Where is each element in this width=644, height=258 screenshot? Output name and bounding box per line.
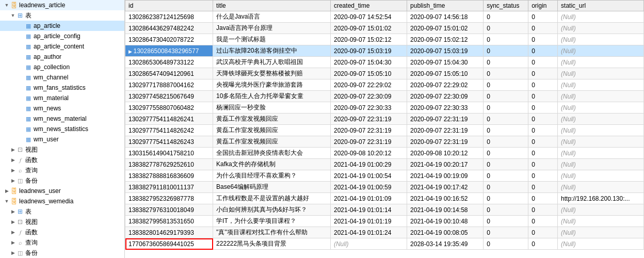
cell-origin: 0: [528, 193, 558, 204]
wm-query-group[interactable]: ⌕ 查询: [0, 237, 124, 248]
db-icon: 🗄: [10, 187, 18, 195]
cell-created_time: 2020-09-07 15:04:30: [330, 57, 407, 68]
cell-sync_status: 0: [484, 136, 528, 148]
table-label: ap_article_content: [34, 43, 84, 50]
cell-title: Java语言跨平台原理: [213, 23, 331, 34]
cell-sync_status: 0: [484, 238, 528, 250]
table-wm-news[interactable]: ▦ wm_news: [0, 103, 124, 114]
wm-query-label: 查询: [25, 238, 38, 247]
arrow-icon: [10, 209, 15, 214]
col-header-static: static_url: [558, 1, 644, 11]
db-leadnews-user[interactable]: 🗄 leadnews_user: [0, 186, 124, 196]
cell-static_url: (Null): [558, 79, 644, 91]
table-label: ap_author: [34, 53, 61, 60]
cell-publish_time: 2020-09-08 10:20:12: [407, 148, 484, 159]
table-row[interactable]: 1302865474094120961天降铁球砸死女婴整栋楼被判赔2020-09…: [125, 68, 644, 79]
cell-created_time: 2021-04-19 01:01:24: [330, 227, 407, 238]
arrow-icon: [10, 178, 15, 183]
table-icon: ▦: [24, 22, 33, 30]
view-group[interactable]: ⊡ 视图: [0, 144, 124, 155]
cell-sync_status: 0: [484, 227, 528, 238]
backup-icon: ◫: [16, 249, 24, 257]
arrow-icon: [10, 250, 15, 255]
table-icon: ▦: [24, 84, 33, 92]
table-row[interactable]: 1383827995813531650学IT，为什么要学项目课程？2021-04…: [125, 216, 644, 227]
cell-static_url: (Null): [558, 216, 644, 227]
table-row[interactable]: 1302865306489733122武汉高校开学典礼万人歌唱祖国2020-09…: [125, 57, 644, 68]
cell-created_time: 2021-04-19 01:00:59: [330, 182, 407, 193]
table-icon: ▦: [24, 115, 33, 123]
query-icon: ⌕: [16, 166, 24, 174]
query-group[interactable]: ⌕ 查询: [0, 165, 124, 175]
cell-created_time: 2020-09-07 22:31:19: [330, 125, 407, 136]
table-wm-material[interactable]: ▦ wm_material: [0, 93, 124, 103]
col-header-origin: origin: [528, 1, 558, 11]
table-wm-user[interactable]: ▦ wm_user: [0, 134, 124, 144]
cell-sync_status: 0: [484, 45, 528, 57]
cell-id: 1302977754114826243: [125, 136, 213, 148]
table-row[interactable]: 1302977178887004162央视曝光境外医疗豪华旅游套路2020-09…: [125, 79, 644, 91]
cell-title: "真"项目课程对找工作有什么帮助: [213, 227, 331, 238]
cell-static_url: (Null): [558, 148, 644, 159]
wm-table-group[interactable]: ⊞ 表: [0, 206, 124, 217]
table-row[interactable]: 1302977558807060482杨澜回应一秒变脸2020-09-07 22…: [125, 102, 644, 114]
backup-icon: ◫: [16, 176, 24, 185]
cell-created_time: 2020-09-07 22:30:33: [330, 102, 407, 114]
cell-id: 1383827888816836609: [125, 170, 213, 182]
table-row[interactable]: 1302977754114826242黄磊工作室发视频回应2020-09-07 …: [125, 125, 644, 136]
cell-origin: 0: [528, 102, 558, 114]
wm-func-group[interactable]: 𝑓 函数: [0, 227, 124, 237]
cell-origin: 0: [528, 216, 558, 227]
db-leadnews-wemedia[interactable]: 🗄 leadnews_wemedia: [0, 196, 124, 206]
cell-id: 1383828014629179393: [125, 227, 213, 238]
cell-id: 1383827976310018049: [125, 204, 213, 216]
table-group-icon: ⊞: [16, 207, 24, 216]
cell-title: 10多名陌生人合力托举晕窗女童: [213, 91, 331, 102]
cell-id: 1302977458215067649: [125, 91, 213, 102]
table-row[interactable]: 1383828014629179393"真"项目课程对找工作有什么帮助2021-…: [125, 227, 644, 238]
arrow-icon: [10, 240, 15, 245]
table-wm-channel[interactable]: ▦ wm_channel: [0, 72, 124, 83]
cell-created_time: 2020-09-07 22:31:19: [330, 136, 407, 148]
table-ap-author[interactable]: ▦ ap_author: [0, 52, 124, 62]
func-group[interactable]: 𝑓 函数: [0, 155, 124, 165]
table-row[interactable]: 130297745821506764910多名陌生人合力托举晕窗女童2020-0…: [125, 91, 644, 102]
table-label: wm_material: [34, 94, 69, 102]
table-row[interactable]: 1302864436297482242Java语言跨平台原理2020-09-07…: [125, 23, 644, 34]
table-row[interactable]: 1770673605869441025222222黑马头条项目背景(Null)2…: [125, 238, 644, 250]
wm-view-group[interactable]: ⊡ 视图: [0, 217, 124, 227]
db-leadnews-article[interactable]: 🗄 leadnews_article: [0, 0, 124, 10]
table-ap-article[interactable]: ▦ ap_article: [0, 21, 124, 31]
table-row[interactable]: 1302862387124125698什么是Java语言2020-09-07 1…: [125, 11, 644, 23]
cell-origin: 0: [528, 182, 558, 193]
table-ap-article-config[interactable]: ▦ ap_article_config: [0, 31, 124, 41]
cell-static_url: (Null): [558, 182, 644, 193]
table-row[interactable]: 1383827976310018049小白如何辨别其真与伪&好与坏？2021-0…: [125, 204, 644, 216]
table-wm-news-statistics[interactable]: ▦ wm_news_statistics: [0, 124, 124, 134]
cell-origin: 0: [528, 68, 558, 79]
cell-title: 天降铁球砸死女婴整栋楼被判赔: [213, 68, 331, 79]
cell-static_url: (Null): [558, 125, 644, 136]
table-row[interactable]: 1383827787629252610Kafka文件的存储机制2021-04-1…: [125, 159, 644, 170]
backup-group[interactable]: ◫ 备份: [0, 175, 124, 186]
table-ap-article-content[interactable]: ▦ ap_article_content: [0, 41, 124, 52]
table-row[interactable]: 1383827911810011137Base64编解码原理2021-04-19…: [125, 182, 644, 193]
table-row[interactable]: 1303156149041758210全国抗击新冠肺炎疫情表彰大会2020-09…: [125, 148, 644, 159]
table-row[interactable]: ▶ 1302865008438296577过山车故障20名游客倒挂空中2020-…: [125, 45, 644, 57]
cell-static_url: (Null): [558, 204, 644, 216]
table-row[interactable]: 1383827888816836609为什么项目经理不喜欢重构？2021-04-…: [125, 170, 644, 182]
table-row[interactable]: 1302977754114826241黄磊工作室发视频回应2020-09-07 …: [125, 114, 644, 125]
table-wm-fans-statistics[interactable]: ▦ wm_fans_statistics: [0, 83, 124, 93]
table-ap-collection[interactable]: ▦ ap_collection: [0, 62, 124, 72]
table-row[interactable]: 1383827952326987778工作线程数是不是设置的越大越好2021-0…: [125, 193, 644, 204]
cell-id: 1303156149041758210: [125, 148, 213, 159]
cell-origin: 0: [528, 79, 558, 91]
table-row[interactable]: 1302977754114826243黄磊工作室发视频回应2020-09-07 …: [125, 136, 644, 148]
table-row[interactable]: 1302864730402078722我是一个测试标题2020-09-07 15…: [125, 34, 644, 45]
table-wm-news-material[interactable]: ▦ wm_news_material: [0, 114, 124, 124]
wm-backup-group[interactable]: ◫ 备份: [0, 248, 124, 258]
table-label: wm_fans_statistics: [34, 84, 86, 91]
arrow-icon: [10, 147, 15, 152]
table-group[interactable]: ⊞ 表: [0, 10, 124, 21]
table-container[interactable]: id title created_time publish_time sync_…: [125, 0, 644, 258]
